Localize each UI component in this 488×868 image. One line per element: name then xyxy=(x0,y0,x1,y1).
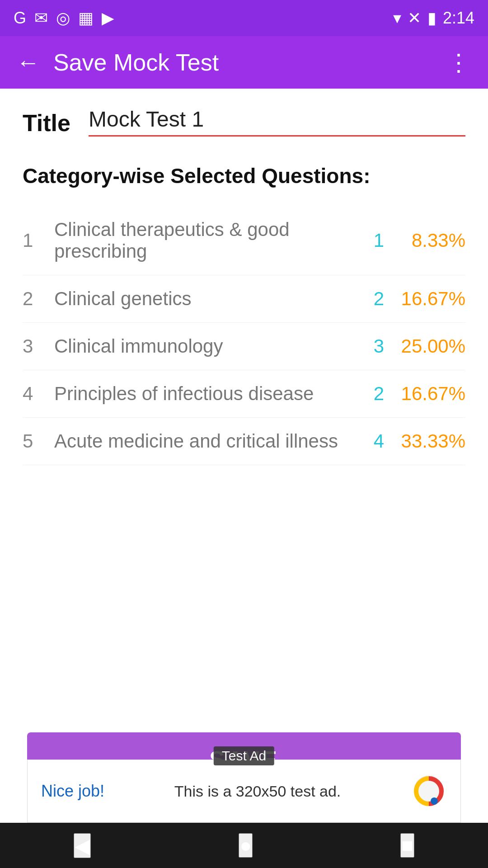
row-count: 3 xyxy=(352,335,384,357)
ad-logo-icon xyxy=(411,773,447,809)
row-percent: 16.67% xyxy=(393,383,465,405)
recents-nav-button[interactable]: ■ xyxy=(400,833,414,858)
row-category-name: Clinical therapeutics & good prescribing xyxy=(54,219,352,262)
signal-icon: ✕ xyxy=(408,9,421,28)
table-row: 3 Clinical immunology 3 25.00% xyxy=(23,323,465,370)
row-count: 1 xyxy=(352,230,384,251)
status-icons-right: ▾ ✕ ▮ 2:14 xyxy=(393,9,474,28)
row-number: 5 xyxy=(23,430,54,452)
google-icon: G xyxy=(14,9,26,28)
row-category-name: Acute medicine and critical illness xyxy=(54,430,352,452)
app-bar: ← Save Mock Test ⋮ xyxy=(0,36,488,89)
row-number: 2 xyxy=(23,288,54,310)
table-row: 5 Acute medicine and critical illness 4 … xyxy=(23,418,465,465)
title-row: Title xyxy=(23,107,465,137)
row-percent: 33.33% xyxy=(393,430,465,452)
row-percent: 25.00% xyxy=(393,335,465,357)
row-number: 1 xyxy=(23,230,54,251)
title-input-wrapper xyxy=(89,107,465,137)
row-count: 2 xyxy=(352,288,384,310)
table-row: 1 Clinical therapeutics & good prescribi… xyxy=(23,206,465,275)
row-number: 3 xyxy=(23,335,54,357)
gmail-icon: ✉ xyxy=(34,9,48,28)
ad-label: Test Ad xyxy=(214,746,274,765)
row-percent: 8.33% xyxy=(393,230,465,251)
sd-icon: ▦ xyxy=(78,9,94,28)
back-button[interactable]: ← xyxy=(16,49,40,76)
row-category-name: Principles of infectious disease xyxy=(54,383,352,405)
row-number: 4 xyxy=(23,383,54,405)
home-nav-button[interactable]: ● xyxy=(239,833,253,858)
status-icons-left: G ✉ ◎ ▦ ▶ xyxy=(14,9,114,28)
ad-banner: Test Ad Nice job! This is a 320x50 test … xyxy=(27,760,461,823)
sync-icon: ◎ xyxy=(56,9,70,28)
battery-icon: ▮ xyxy=(427,9,436,28)
svg-point-1 xyxy=(431,797,438,805)
app-bar-title: Save Mock Test xyxy=(53,49,447,76)
section-heading: Category-wise Selected Questions: xyxy=(23,164,465,188)
row-percent: 16.67% xyxy=(393,288,465,310)
table-row: 2 Clinical genetics 2 16.67% xyxy=(23,275,465,323)
row-category-name: Clinical genetics xyxy=(54,288,352,310)
row-category-name: Clinical immunology xyxy=(54,335,352,357)
row-count: 2 xyxy=(352,383,384,405)
ad-nicejob: Nice job! xyxy=(41,782,104,801)
play-icon: ▶ xyxy=(102,9,114,28)
table-row: 4 Principles of infectious disease 2 16.… xyxy=(23,370,465,418)
title-input[interactable] xyxy=(89,107,465,137)
category-table: 1 Clinical therapeutics & good prescribi… xyxy=(23,206,465,465)
back-nav-button[interactable]: ◀ xyxy=(74,833,91,858)
ad-text: This is a 320x50 test ad. xyxy=(174,783,341,800)
status-bar: G ✉ ◎ ▦ ▶ ▾ ✕ ▮ 2:14 xyxy=(0,0,488,36)
more-options-button[interactable]: ⋮ xyxy=(447,49,472,76)
title-label: Title xyxy=(23,109,70,137)
clock: 2:14 xyxy=(443,9,474,28)
content-area: Title Category-wise Selected Questions: … xyxy=(0,89,488,483)
row-count: 4 xyxy=(352,430,384,452)
nav-bar: ◀ ● ■ xyxy=(0,823,488,868)
wifi-icon: ▾ xyxy=(393,9,401,28)
